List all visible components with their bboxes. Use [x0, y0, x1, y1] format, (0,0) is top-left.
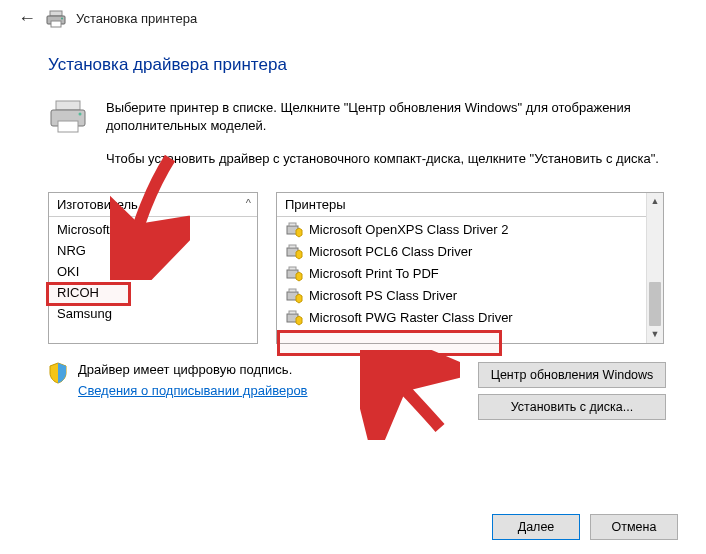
- printers-header: Принтеры: [285, 197, 346, 212]
- shield-icon: [48, 362, 68, 387]
- printer-signed-icon: [285, 288, 303, 304]
- scroll-down-button[interactable]: ▼: [647, 326, 663, 343]
- printer-item[interactable]: Microsoft PWG Raster Class Driver: [277, 307, 646, 329]
- intro-text-2: Чтобы установить драйвер с установочного…: [106, 150, 666, 168]
- manufacturer-item[interactable]: NRG: [49, 240, 257, 261]
- printer-signed-icon: [285, 244, 303, 260]
- manufacturer-item[interactable]: Microsoft: [49, 219, 257, 240]
- svg-rect-0: [50, 11, 62, 16]
- printer-item-label: Microsoft OpenXPS Class Driver 2: [309, 222, 508, 237]
- signature-link[interactable]: Сведения о подписывании драйверов: [78, 383, 308, 398]
- printer-item-label: Microsoft PS Class Driver: [309, 288, 457, 303]
- manufacturer-item[interactable]: OKI: [49, 261, 257, 282]
- scroll-up-button[interactable]: ▲: [647, 193, 663, 210]
- windows-update-button[interactable]: Центр обновления Windows: [478, 362, 666, 388]
- printer-item-label: Microsoft PWG Raster Class Driver: [309, 310, 513, 325]
- manufacturer-item[interactable]: Samsung: [49, 303, 257, 324]
- back-button[interactable]: ←: [18, 8, 36, 29]
- printer-item[interactable]: Microsoft PS Class Driver: [277, 285, 646, 307]
- svg-rect-2: [51, 21, 61, 27]
- svg-point-7: [79, 113, 82, 116]
- svg-rect-13: [289, 267, 296, 270]
- svg-rect-4: [56, 101, 80, 110]
- svg-rect-9: [289, 223, 296, 226]
- printer-large-icon: [48, 99, 88, 184]
- printer-item-label: Microsoft Print To PDF: [309, 266, 439, 281]
- have-disk-button[interactable]: Установить с диска...: [478, 394, 666, 420]
- svg-rect-11: [289, 245, 296, 248]
- printer-item[interactable]: Microsoft PCL6 Class Driver: [277, 241, 646, 263]
- scrollbar[interactable]: ▲ ▼: [646, 193, 663, 343]
- printer-item-label: Microsoft PCL6 Class Driver: [309, 244, 472, 259]
- printer-item[interactable]: Microsoft Print To PDF: [277, 263, 646, 285]
- svg-point-3: [61, 17, 63, 19]
- printer-list[interactable]: Принтеры ^ Microsoft OpenXPS Class Drive…: [276, 192, 664, 344]
- scroll-thumb[interactable]: [649, 282, 661, 326]
- intro-text-1: Выберите принтер в списке. Щелкните "Цен…: [106, 99, 666, 134]
- printer-signed-icon: [285, 310, 303, 326]
- manufacturer-item[interactable]: RICOH: [49, 282, 257, 303]
- svg-rect-6: [58, 121, 78, 132]
- page-title: Установка драйвера принтера: [48, 55, 666, 75]
- printer-icon: [46, 10, 66, 28]
- manufacturer-header: Изготовитель: [57, 197, 138, 212]
- printer-signed-icon: [285, 266, 303, 282]
- next-button[interactable]: Далее: [492, 514, 580, 540]
- svg-rect-17: [289, 311, 296, 314]
- cancel-button[interactable]: Отмена: [590, 514, 678, 540]
- sort-caret-icon[interactable]: ^: [246, 197, 251, 209]
- manufacturer-list[interactable]: Изготовитель ^ Microsoft NRG OKI RICOH S…: [48, 192, 258, 344]
- printer-signed-icon: [285, 222, 303, 238]
- signature-text: Драйвер имеет цифровую подпись.: [78, 362, 308, 377]
- printer-item[interactable]: Microsoft OpenXPS Class Driver 2: [277, 219, 646, 241]
- svg-rect-15: [289, 289, 296, 292]
- window-title: Установка принтера: [76, 11, 197, 26]
